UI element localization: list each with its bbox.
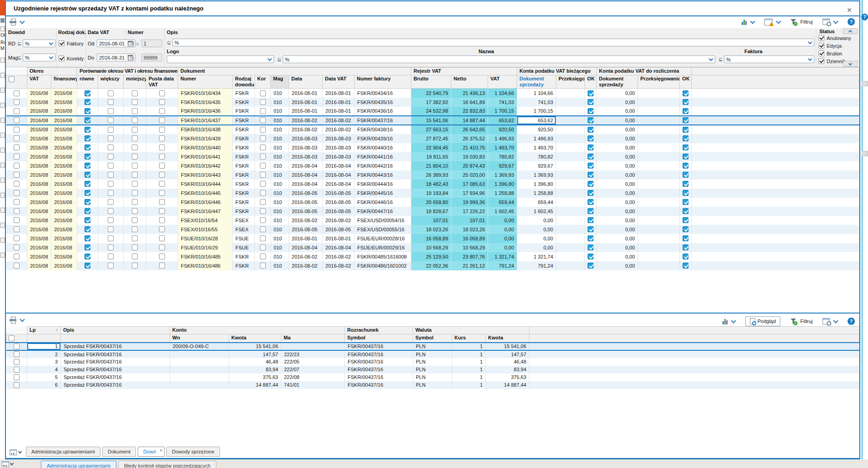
checkbox-row-select[interactable] [14, 263, 20, 269]
checkbox-wiekszy[interactable] [108, 144, 114, 150]
checkbox-pusta-data-vat[interactable] [159, 226, 165, 232]
edycja-checkbox[interactable] [818, 43, 824, 49]
checkbox-ok[interactable] [588, 99, 594, 105]
nazwa-input[interactable]: % [283, 55, 715, 63]
checkbox-row-select[interactable] [14, 163, 20, 169]
checkbox-pusta-data-vat[interactable] [159, 135, 165, 141]
checkbox-pusta-data-vat[interactable] [159, 199, 165, 205]
table-row[interactable]: 2016/082016/08FSKR/010/16/438FSKR0102016… [6, 125, 859, 134]
background-tab-tool[interactable] [2, 461, 13, 467]
checkbox-ok[interactable] [588, 108, 594, 114]
checkbox-pusta-data-vat[interactable] [159, 90, 165, 96]
checkbox-mniejszy[interactable] [132, 154, 138, 159]
table-row[interactable]: 2016/082016/08FSKR/010/16/486FSKR0102016… [6, 261, 859, 270]
checkbox-rowne[interactable] [85, 144, 90, 150]
checkbox-ok[interactable] [588, 244, 594, 250]
checkbox-kor[interactable] [260, 144, 266, 150]
col-rozrachunek-symbol[interactable]: Symbol [345, 334, 413, 343]
status-dziennik-row[interactable]: Dziennik [818, 58, 846, 64]
checkbox-row-select[interactable] [14, 135, 20, 141]
table-row[interactable]: 1Sprzedaż FSKR/00437/16200/09-O-049-C15 … [6, 343, 859, 350]
col-dokument-sprzedazy[interactable]: Dokument sprzedaży [517, 75, 556, 89]
checkbox-rowne[interactable] [85, 135, 90, 141]
checkbox-row-select[interactable] [14, 117, 20, 123]
checkbox-ok[interactable] [588, 235, 594, 241]
help-button[interactable]: ? [848, 18, 855, 25]
faktury-checkbox-row[interactable]: Faktury [59, 40, 84, 46]
chart-button[interactable] [742, 19, 747, 25]
table-row[interactable]: 2016/082016/08FSKR/010/16/434FSKR0102016… [6, 89, 859, 98]
checkbox-ok-rozl[interactable] [683, 226, 688, 232]
table-row[interactable]: 2016/082016/08FSKR/010/16/443FSKR0102016… [6, 170, 859, 179]
checkbox-kor[interactable] [260, 235, 266, 241]
checkbox-ok[interactable] [588, 217, 594, 223]
table-settings-chevron-icon[interactable] [833, 318, 838, 323]
checkbox-wiekszy[interactable] [108, 190, 114, 196]
checkbox-kor[interactable] [260, 135, 266, 141]
table-row[interactable]: 3Sprzedaż FSKR/00437/1646,48222/05FSKR/0… [6, 358, 859, 366]
checkbox-row-select[interactable] [14, 235, 20, 241]
checkbox-wiekszy[interactable] [108, 154, 114, 159]
help-button[interactable]: ? [848, 318, 855, 325]
checkbox-pusta-data-vat[interactable] [159, 154, 165, 159]
table-row[interactable]: 2016/082016/08FSKR/010/16/441FSKR0102016… [6, 152, 859, 161]
checkbox-row-select[interactable] [14, 244, 20, 250]
checkbox-kor[interactable] [260, 90, 266, 96]
print-menu-chevron-icon[interactable] [20, 19, 25, 24]
checkbox-mniejszy[interactable] [132, 90, 138, 96]
col-rodzaj-dowodu[interactable]: Rodzaj dowodu [233, 75, 255, 89]
checkbox-ok[interactable] [588, 135, 594, 141]
checkbox-kor[interactable] [260, 181, 266, 187]
checkbox-mniejszy[interactable] [132, 244, 138, 250]
korekty-checkbox-row[interactable]: Korekty [59, 55, 84, 61]
status-edycja-row[interactable]: Edycja [818, 43, 842, 49]
checkbox-rowne[interactable] [85, 190, 90, 196]
checkbox-mniejszy[interactable] [132, 163, 138, 169]
checkbox-row-select[interactable] [14, 367, 20, 373]
checkbox-ok[interactable] [588, 163, 594, 169]
checkbox-row-select[interactable] [14, 144, 20, 150]
checkbox-ok-rozl[interactable] [683, 117, 688, 123]
table-row[interactable]: 2Sprzedaż FSKR/00437/16147,57222/23FSKR/… [6, 350, 859, 358]
table-row[interactable]: 2016/082016/08FSKR/010/16/485FSKR0102016… [6, 252, 859, 261]
table-row[interactable]: 2016/082016/08FSKR/010/16/436FSKR0102016… [6, 107, 859, 116]
korekty-checkbox[interactable] [59, 55, 65, 61]
background-tab[interactable]: Administracja uprawnieniami [41, 461, 116, 468]
checkbox-pusta-data-vat[interactable] [159, 190, 165, 196]
checkbox-rowne[interactable] [85, 254, 90, 259]
checkbox-pusta-data-vat[interactable] [159, 235, 165, 241]
mag-select[interactable]: % [23, 54, 55, 61]
checkbox-rowne[interactable] [85, 108, 90, 114]
col-brutto[interactable]: Brutto [411, 75, 451, 89]
checkbox-ok-rozl[interactable] [683, 217, 688, 223]
checkbox-kor[interactable] [260, 108, 266, 114]
col-ok[interactable]: OK [585, 75, 597, 89]
checkbox-pusta-data-vat[interactable] [159, 127, 165, 133]
checkbox-wiekszy[interactable] [108, 254, 114, 259]
checkbox-kor[interactable] [260, 263, 266, 269]
checkbox-rowne[interactable] [85, 181, 90, 187]
checkbox-ok-rozl[interactable] [683, 135, 688, 141]
status-brulion-row[interactable]: Brulion [818, 50, 842, 56]
close-icon[interactable]: × [845, 3, 854, 17]
checkbox-ok-rozl[interactable] [683, 127, 688, 133]
checkbox-wiekszy[interactable] [108, 90, 114, 96]
checkbox-kor[interactable] [260, 254, 266, 259]
checkbox-mniejszy[interactable] [132, 172, 138, 178]
checkbox-pusta-data-vat[interactable] [159, 217, 165, 223]
checkbox-wiekszy[interactable] [108, 172, 114, 178]
group-opis[interactable]: Opis [61, 327, 170, 334]
checkbox-ok[interactable] [588, 90, 594, 96]
checkbox-row-select[interactable] [14, 351, 20, 357]
checkbox-kor[interactable] [260, 117, 266, 123]
table-row[interactable]: 2016/082016/08FSKR/010/16/439FSKR0102016… [6, 134, 859, 143]
checkbox-row-select[interactable] [14, 108, 20, 114]
checkbox-pusta-data-vat[interactable] [159, 244, 165, 250]
opis-input[interactable]: % [172, 39, 814, 46]
status-scroll-down-button[interactable] [843, 61, 858, 67]
table-settings-button[interactable] [823, 318, 830, 324]
checkbox-rowne[interactable] [85, 208, 90, 214]
checkbox-ok[interactable] [588, 199, 594, 205]
checkbox-ok[interactable] [588, 254, 594, 259]
checkbox-row-select[interactable] [14, 226, 20, 232]
